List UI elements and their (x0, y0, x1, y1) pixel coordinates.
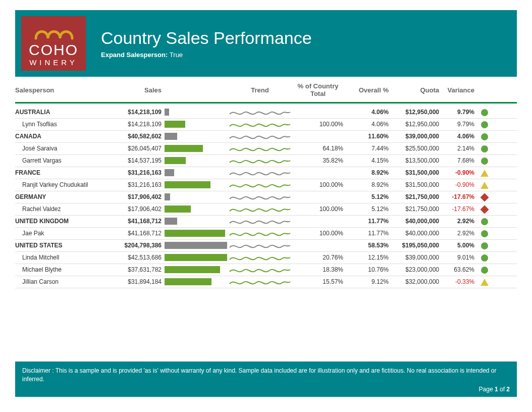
cell-sales-bar (162, 108, 227, 116)
table-row[interactable]: José Saraiva$26,045,40764.18%7.44%$25,50… (15, 143, 517, 155)
cell-variance: 4.06% (439, 133, 474, 140)
table-row[interactable]: CANADA$40,582,60211.60%$39,000,0004.06% (15, 131, 517, 143)
cell-quota: $21,750,000 (389, 205, 439, 213)
page-total: 2 (506, 386, 510, 393)
sparkline-icon (227, 252, 293, 263)
cell-quota: $31,500,000 (389, 169, 439, 176)
cell-sales: $31,894,184 (96, 278, 162, 285)
table-row[interactable]: FRANCE$31,216,1638.92%$31,500,000-0.90% (15, 167, 517, 179)
cell-quota: $13,500,000 (389, 157, 439, 164)
table-row[interactable]: Jillian Carson$31,894,18415.57%9.12%$32,… (15, 276, 517, 288)
cell-status (474, 278, 495, 286)
col-trend[interactable]: Trend (227, 86, 293, 94)
table-row[interactable]: Linda Mitchell$42,513,68620.76%12.15%$39… (15, 252, 517, 264)
page-current: 1 (495, 386, 498, 393)
page-prefix: Page (479, 386, 495, 393)
cell-sales: $41,168,712 (96, 230, 162, 237)
cell-overall: 5.12% (343, 205, 389, 213)
table-row[interactable]: Rachel Valdez$17,906,402100.00%5.12%$21,… (15, 203, 517, 216)
cell-sales: $14,218,109 (96, 109, 162, 116)
cell-sales: $31,216,163 (96, 181, 162, 188)
cell-overall: 8.92% (343, 181, 389, 188)
cell-name: Linda Mitchell (15, 254, 96, 261)
cell-variance: 7.68% (439, 157, 474, 164)
sparkline-icon (227, 156, 293, 166)
sparkline-icon (227, 192, 293, 202)
cell-pct-country: 100.00% (293, 230, 343, 237)
cell-sales: $26,045,407 (96, 145, 162, 152)
cell-sales: $37,631,782 (96, 266, 162, 273)
cell-sales: $204,798,386 (96, 242, 162, 249)
status-yellow-icon (481, 182, 489, 189)
cell-sales-bar (162, 253, 227, 262)
cell-sales-bar (162, 266, 227, 274)
cell-overall: 11.77% (343, 230, 389, 237)
cell-name: Lynn Tsoflias (15, 121, 96, 128)
sparkline-icon (227, 216, 293, 226)
cell-sales-bar (162, 157, 227, 165)
cell-sales-bar (162, 278, 227, 286)
cell-variance: 5.00% (439, 242, 474, 249)
cell-name: Michael Blythe (15, 266, 96, 273)
cell-quota: $31,500,000 (389, 181, 439, 188)
parameter-display: Expand Salesperson: True (101, 51, 312, 59)
status-green-icon (481, 242, 488, 249)
sparkline-icon (227, 277, 293, 287)
table-row[interactable]: UNITED KINGDOM$41,168,71211.77%$40,000,0… (15, 216, 517, 228)
cell-name: FRANCE (15, 169, 96, 176)
status-green-icon (481, 133, 488, 140)
cell-name: UNITED KINGDOM (15, 218, 96, 225)
col-variance[interactable]: Variance (439, 86, 474, 94)
table-row[interactable]: Jae Pak$41,168,712100.00%11.77%$40,000,0… (15, 228, 517, 240)
table-row[interactable]: AUSTRALIA$14,218,1094.06%$12,950,0009.79… (15, 107, 517, 119)
logo-text-line1: COHO (29, 42, 78, 58)
status-yellow-icon (481, 279, 489, 286)
table-row[interactable]: Michael Blythe$37,631,78218.38%10.76%$23… (15, 264, 517, 276)
cell-name: Jillian Carson (15, 278, 96, 285)
table-row[interactable]: UNITED STATES$204,798,38658.53%$195,050,… (15, 240, 517, 252)
coho-winery-logo: COHO WINERY (21, 16, 86, 71)
col-sales[interactable]: Sales (96, 86, 162, 94)
cell-status (474, 121, 495, 128)
cell-variance: -0.90% (439, 181, 474, 188)
sparkline-icon (227, 265, 293, 275)
cell-pct-country: 35.82% (293, 157, 343, 164)
cell-overall: 7.44% (343, 145, 389, 152)
sparkline-icon (227, 143, 293, 153)
cell-quota: $23,000,000 (389, 266, 439, 273)
table-row[interactable]: Garrett Vargas$14,537,19535.82%4.15%$13,… (15, 155, 517, 167)
cell-pct-country: 20.76% (293, 254, 343, 261)
cell-status (474, 157, 495, 165)
sales-table: Salesperson Sales Trend % of Country Tot… (15, 83, 517, 288)
page-indicator: Page 1 of 2 (22, 386, 510, 393)
cell-name: José Saraiva (15, 145, 96, 152)
cell-sales-bar (162, 132, 227, 140)
col-salesperson[interactable]: Salesperson (15, 86, 96, 94)
col-overall[interactable]: Overall % (343, 86, 389, 94)
cell-status (474, 169, 495, 177)
cell-name: Jae Pak (15, 230, 96, 237)
cell-name: Rachel Valdez (15, 205, 96, 213)
cell-variance: 9.01% (439, 254, 474, 261)
cell-variance: 9.79% (439, 121, 474, 128)
sparkline-icon (227, 107, 293, 117)
cell-sales: $31,216,163 (96, 169, 162, 176)
table-row[interactable]: Ranjit Varkey Chudukatil$31,216,163100.0… (15, 179, 517, 191)
cell-status (474, 205, 495, 213)
cell-sales-bar (162, 120, 227, 128)
status-green-icon (481, 121, 488, 128)
cell-name: UNITED STATES (15, 242, 96, 249)
col-pct-country[interactable]: % of Country Total (293, 83, 343, 98)
cell-variance: 2.92% (439, 218, 474, 225)
col-quota[interactable]: Quota (389, 86, 439, 94)
logo-icon (31, 24, 76, 43)
status-red-icon (481, 193, 489, 202)
cell-sales: $42,513,686 (96, 254, 162, 261)
table-row[interactable]: Lynn Tsoflias$14,218,109100.00%4.06%$12,… (15, 119, 517, 131)
cell-sales: $17,906,402 (96, 205, 162, 213)
status-green-icon (481, 109, 488, 116)
status-red-icon (481, 205, 489, 214)
cell-sales: $40,582,602 (96, 133, 162, 140)
status-yellow-icon (481, 170, 489, 177)
table-row[interactable]: GERMANY$17,906,4025.12%$21,750,000-17.67… (15, 191, 517, 203)
